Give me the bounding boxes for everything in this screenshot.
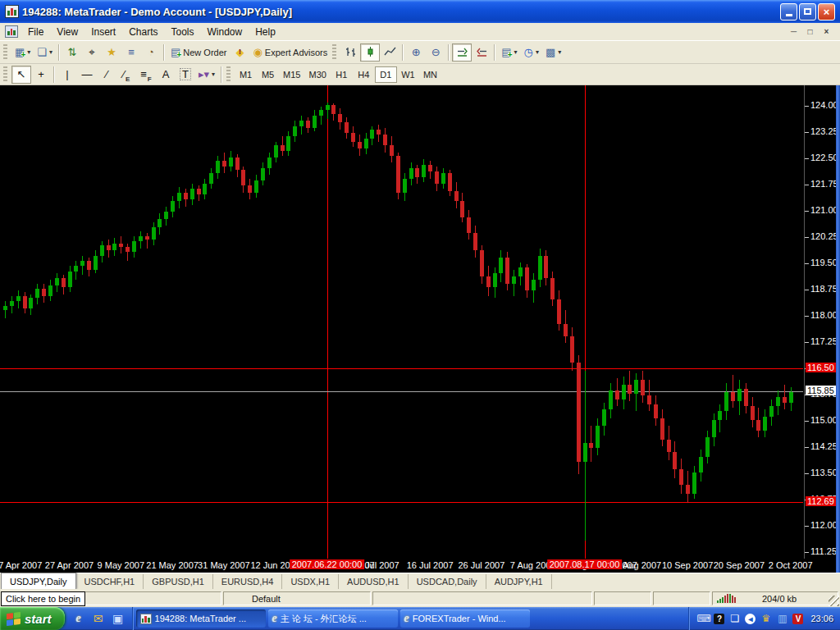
candlestick-chart[interactable] <box>0 85 803 559</box>
chart-plot[interactable] <box>0 85 803 559</box>
fibonacci-button[interactable]: ≡F <box>136 66 156 84</box>
chart-bars-button[interactable] <box>340 43 360 62</box>
chart-window-icon[interactable] <box>5 25 18 38</box>
templates-button[interactable]: ▩▾ <box>542 43 564 62</box>
candle <box>68 266 72 292</box>
tab-audjpy-h1[interactable]: AUDJPY,H1 <box>486 574 552 589</box>
timeframe-M15-button[interactable]: M15 <box>279 66 304 83</box>
zoom-in-button[interactable]: ⊕ <box>406 43 426 62</box>
price-tick-mark <box>805 316 809 317</box>
antivirus-shield-tray-icon[interactable]: V <box>792 614 803 624</box>
trendline-button[interactable]: ∕ <box>97 66 116 84</box>
new-chart-button[interactable]: ▦+▾ <box>11 43 34 62</box>
taskbar-button-ie-window[interactable]: eFOREXTrader - Wind... <box>400 609 530 628</box>
chart-area[interactable]: 124.00123.25122.50121.75121.00120.25119.… <box>0 85 840 573</box>
close-button[interactable]: × <box>818 3 835 21</box>
resize-grip[interactable] <box>829 596 839 606</box>
chart-line-button[interactable] <box>380 43 399 62</box>
zoom-out-button[interactable]: ⊖ <box>426 43 445 62</box>
expert-advisors-button[interactable]: ◉Expert Advisors <box>249 43 331 62</box>
menu-help[interactable]: Help <box>249 24 282 40</box>
dropdown-arrow-icon[interactable]: ▾ <box>27 48 30 56</box>
timeframe-H1-button[interactable]: H1 <box>331 66 353 83</box>
menu-window[interactable]: Window <box>201 24 249 40</box>
timeframe-MN-button[interactable]: MN <box>419 66 441 83</box>
timeframe-H4-button[interactable]: H4 <box>353 66 375 83</box>
toolbar-grip[interactable] <box>3 66 7 83</box>
strategy-tester-button[interactable]: ◔ <box>141 43 161 62</box>
vertical-line-button[interactable]: | <box>57 66 77 84</box>
help-tray-icon[interactable]: ? <box>714 614 724 624</box>
timeframe-M1-button[interactable]: M1 <box>235 66 257 83</box>
candle <box>184 189 188 207</box>
taskbar-button-ie-window[interactable]: e主 论 坛 - 外汇论坛 ... <box>268 609 398 628</box>
profiles-button[interactable]: ❏▾ <box>34 43 56 62</box>
ie-quicklaunch-icon[interactable]: e <box>71 611 86 626</box>
network-tray-icon[interactable]: ▥ <box>776 613 788 625</box>
date-axis[interactable]: 17 Apr 200727 Apr 20079 May 200721 May 2… <box>0 559 836 573</box>
text-label-button[interactable]: T <box>176 66 195 84</box>
tab-eurusd-h4[interactable]: EURUSD,H4 <box>213 574 283 589</box>
status-connection-panel: 204/0 kb <box>712 591 838 605</box>
taskbar: start e✉▣ 194288: MetaTrader ...e主 论 坛 -… <box>0 607 840 630</box>
cursor-button[interactable]: ↖ <box>11 66 31 84</box>
keyboard-tray-icon[interactable]: ⌨ <box>697 613 710 625</box>
menu-tools[interactable]: Tools <box>165 24 201 40</box>
price-axis[interactable]: 124.00123.25122.50121.75121.00120.25119.… <box>804 85 836 559</box>
chart-shift-button[interactable] <box>472 43 491 62</box>
menu-view[interactable]: View <box>50 24 84 40</box>
toolbar-grip[interactable] <box>332 44 336 61</box>
market-watch-button[interactable]: ⇅ <box>62 43 82 62</box>
periods-button[interactable]: ◷▾ <box>521 43 542 62</box>
crosshair-button[interactable]: + <box>31 66 51 84</box>
metaeditor-button[interactable]: ◆! <box>230 43 249 62</box>
timeframe-D1-button[interactable]: D1 <box>375 66 397 83</box>
child-restore-icon[interactable]: □ <box>803 25 817 38</box>
taskbar-clock[interactable]: 23:06 <box>810 614 833 623</box>
dropdown-arrow-icon[interactable]: ▾ <box>49 48 52 56</box>
dropdown-arrow-icon[interactable]: ▾ <box>536 48 539 56</box>
horizontal-line-button[interactable]: — <box>77 66 97 84</box>
text-button[interactable]: A <box>156 66 176 84</box>
show-desktop-quicklaunch-icon[interactable]: ▣ <box>111 611 126 626</box>
gold-tray-icon[interactable]: ♛ <box>760 613 772 625</box>
tab-usdjpy-daily[interactable]: USDJPY,Daily <box>1 573 76 589</box>
dropdown-arrow-icon[interactable]: ▾ <box>558 48 561 56</box>
arrows-button[interactable]: ▸▾▾ <box>195 66 218 84</box>
start-button[interactable]: start <box>0 607 65 630</box>
timeframe-W1-button[interactable]: W1 <box>397 66 419 83</box>
quick-launch: e✉▣ <box>65 607 133 630</box>
mail-quicklaunch-icon[interactable]: ✉ <box>91 611 106 626</box>
tab-usdx-h1[interactable]: USDX,H1 <box>282 574 339 589</box>
new-order-button[interactable]: ▤+New Order <box>167 43 230 62</box>
child-minimize-icon[interactable]: ─ <box>787 25 801 38</box>
menu-charts[interactable]: Charts <box>122 24 164 40</box>
terminal-button[interactable]: ≡ <box>121 43 141 62</box>
toolbar-grip[interactable] <box>3 44 7 61</box>
timeframe-M5-button[interactable]: M5 <box>257 66 279 83</box>
timeframe-M30-button[interactable]: M30 <box>304 66 330 83</box>
hide-icons-tray-icon[interactable]: ◂ <box>745 614 756 624</box>
tab-usdchf-h1[interactable]: USDCHF,H1 <box>76 574 144 589</box>
tab-audusd-h1[interactable]: AUDUSD,H1 <box>339 574 409 589</box>
tab-gbpusd-h1[interactable]: GBPUSD,H1 <box>144 574 213 589</box>
equidistant-channel-button[interactable]: ∕E <box>116 66 136 84</box>
restore-button[interactable] <box>799 3 816 21</box>
taskbar-button-metatrader[interactable]: 194288: MetaTrader ... <box>136 609 266 628</box>
toolbar-grip[interactable] <box>226 66 231 83</box>
data-window-button[interactable]: ⌖ <box>82 43 102 62</box>
dropdown-arrow-icon[interactable]: ▾ <box>514 48 518 56</box>
dropdown-arrow-icon[interactable]: ▾ <box>212 71 215 78</box>
tab-usdcad-daily[interactable]: USDCAD,Daily <box>409 574 486 589</box>
candle <box>518 262 523 285</box>
child-close-icon[interactable]: × <box>819 25 833 38</box>
restore-window-tray-icon[interactable]: ❏ <box>728 613 741 625</box>
menu-insert[interactable]: Insert <box>84 24 122 40</box>
menu-file[interactable]: File <box>21 24 50 40</box>
navigator-button[interactable]: ★ <box>102 43 121 62</box>
auto-scroll-button[interactable] <box>452 43 472 62</box>
chart-candlesticks-button[interactable] <box>360 43 380 62</box>
indicators-button[interactable]: ▤+▾ <box>498 43 520 62</box>
minimize-button[interactable] <box>780 3 797 21</box>
title-bar[interactable]: 194288: MetaTrader - Demo Account - [USD… <box>0 0 840 23</box>
